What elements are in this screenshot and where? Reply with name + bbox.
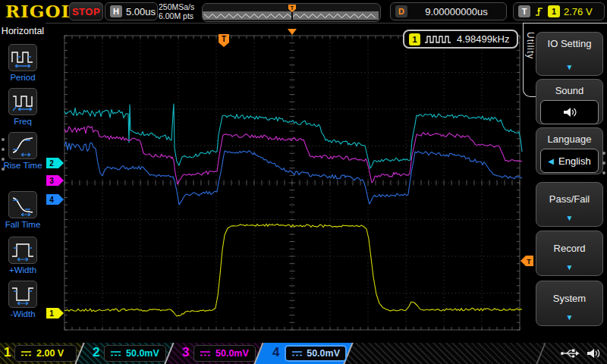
menu-item-minus-width[interactable]: -Width — [0, 281, 46, 318]
plus-width-icon — [11, 239, 35, 262]
speaker-icon — [562, 106, 577, 118]
freq-counter-value: 4.98499kHz — [457, 33, 509, 45]
svg-text:4: 4 — [49, 196, 54, 204]
delay-label: D — [395, 5, 407, 17]
menu-button-io-setting[interactable]: IO Setting ▼ — [536, 32, 603, 76]
usb-device-icon — [560, 347, 580, 359]
right-page-dots — [602, 152, 605, 181]
dc-coupling-icon — [291, 350, 302, 357]
rigol-logo: RIGOL — [5, 1, 74, 21]
language-selector[interactable]: ◀ English — [540, 149, 599, 173]
channel-status-bar: 1 2.00 V 2 50.0mV 3 50.0mV 4 50.0mV — [0, 343, 607, 364]
period-icon — [11, 46, 35, 69]
trigger-box[interactable]: T 1 2.76 V — [513, 2, 605, 20]
trigger-source-badge: 1 — [548, 5, 560, 17]
dc-coupling-icon — [200, 350, 211, 357]
channel4-scale-box[interactable]: 50.0mV — [285, 345, 347, 362]
sound-toggle[interactable] — [540, 100, 599, 124]
chevron-left-icon: ◀ — [548, 157, 554, 165]
delay-box[interactable]: D 9.00000000us — [390, 2, 507, 20]
square-wave-icon — [424, 33, 453, 45]
minus-width-icon — [11, 283, 35, 306]
menu-item-plus-width[interactable]: +Width — [0, 237, 46, 275]
menu-item-period[interactable]: Period — [0, 44, 46, 82]
channel2-number[interactable]: 2 — [93, 345, 99, 360]
channel3-scale-box[interactable]: 50.0mV — [193, 345, 256, 362]
chevron-down-icon: ▼ — [536, 264, 602, 271]
trigger-level-value: 2.76 V — [564, 6, 593, 17]
run-state-button[interactable]: STOP — [69, 2, 103, 20]
delay-value: 9.00000000us — [425, 6, 487, 17]
utility-tab-label: Utility — [524, 32, 536, 59]
preview-waveform: T — [203, 4, 379, 20]
menu-item-freq[interactable]: Freq — [0, 88, 46, 126]
svg-text:T: T — [527, 258, 531, 265]
frequency-counter-badge: 1 4.98499kHz — [403, 30, 518, 49]
waveform-preview-strip[interactable]: T — [202, 3, 381, 22]
menu-item-rise-time[interactable]: Rise Time — [0, 132, 46, 170]
svg-text:2: 2 — [49, 159, 54, 168]
menu-button-language[interactable]: Language ◀ English — [536, 127, 603, 174]
trigger-label: T — [518, 5, 530, 17]
channel2-scale-box[interactable]: 50.0mV — [104, 345, 166, 362]
svg-text:3: 3 — [49, 177, 54, 185]
menu-button-sound[interactable]: Sound — [536, 79, 603, 124]
fall-time-icon — [11, 193, 35, 216]
svg-text:1: 1 — [49, 309, 54, 318]
channel4-number[interactable]: 4 — [272, 345, 279, 360]
channel1-scale-box[interactable]: 2.00 V — [14, 345, 77, 362]
svg-text:T: T — [222, 35, 226, 43]
left-measure-menu: Horizontal Period Freq Rise Tim — [0, 23, 46, 343]
timebase-value: 5.00us — [126, 6, 156, 17]
scope-graticule-and-traces: 2341TT — [0, 0, 607, 364]
channel1-number[interactable]: 1 — [4, 345, 11, 360]
speaker-icon — [587, 347, 600, 359]
acquisition-info: 250MSa/s 6.00M pts — [159, 2, 194, 20]
memory-depth: 6.00M pts — [159, 11, 194, 20]
language-value: English — [558, 155, 591, 167]
freq-counter-channel: 1 — [409, 33, 420, 46]
chevron-down-icon: ▼ — [536, 314, 602, 322]
left-menu-title: Horizontal — [0, 26, 46, 36]
rise-time-icon — [11, 134, 35, 157]
chevron-down-icon: ▼ — [536, 64, 602, 71]
horizontal-timebase-box[interactable]: H 5.00us — [105, 2, 158, 20]
top-status-bar: RIGOL STOP H 5.00us 250MSa/s 6.00M pts T… — [0, 0, 607, 24]
status-icons — [560, 347, 600, 359]
menu-button-pass-fail[interactable]: Pass/Fail ▼ — [536, 182, 603, 227]
left-page-dots — [2, 138, 5, 177]
horizontal-label: H — [110, 5, 122, 17]
rising-edge-icon — [534, 6, 544, 17]
svg-text:T: T — [291, 5, 294, 11]
dc-coupling-icon — [110, 350, 121, 357]
dc-coupling-icon — [20, 350, 32, 357]
menu-button-system[interactable]: System ▼ — [536, 281, 603, 326]
chevron-down-icon: ▼ — [536, 215, 602, 222]
oscilloscope-screen: RIGOL STOP H 5.00us 250MSa/s 6.00M pts T… — [0, 0, 607, 364]
channel3-number[interactable]: 3 — [182, 345, 189, 360]
menu-button-record[interactable]: Record ▼ — [536, 231, 603, 276]
sample-rate: 250MSa/s — [159, 2, 194, 11]
menu-item-fall-time[interactable]: Fall Time — [0, 191, 46, 229]
freq-icon — [11, 90, 35, 113]
